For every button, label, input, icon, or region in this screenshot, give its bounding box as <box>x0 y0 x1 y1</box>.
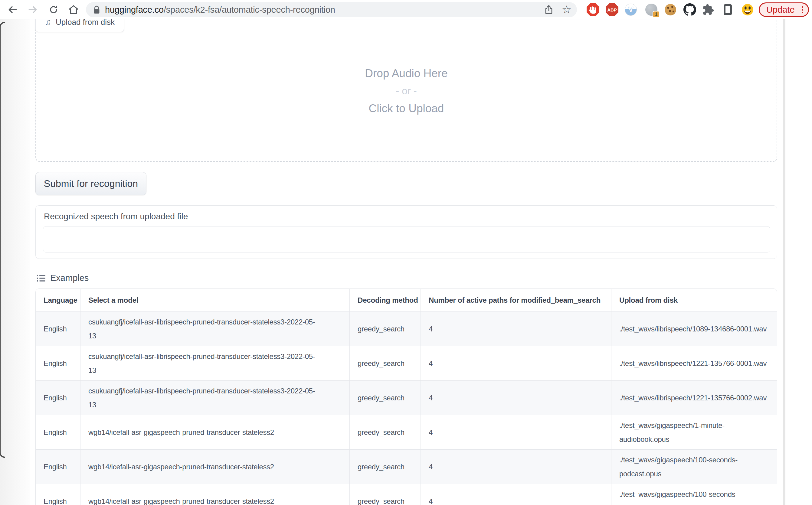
column-header: Decoding method <box>350 289 420 312</box>
dropzone-line2: - or - <box>36 82 777 100</box>
cell-upload-from-disk: ./test_wavs/gigaspeech/100-seconds-podca… <box>611 484 777 505</box>
profile-extension-button[interactable]: 1 <box>645 3 658 16</box>
cell-upload-from-disk: ./test_wavs/gigaspeech/100-seconds-podca… <box>611 450 777 484</box>
examples-label: Examples <box>50 273 89 283</box>
cell-model: wgb14/icefall-asr-gigaspeech-pruned-tran… <box>80 484 350 505</box>
v-extension-label: V <box>628 5 633 14</box>
cell-decoding-method: greedy_search <box>350 450 420 484</box>
background-window-edge <box>0 22 5 458</box>
cell-upload-from-disk: ./test_wavs/librispeech/1089-134686-0001… <box>611 312 777 346</box>
home-button[interactable] <box>67 3 80 16</box>
cell-model: csukuangfj/icefall-asr-librispeech-prune… <box>80 381 350 415</box>
cell-language: English <box>36 450 80 484</box>
example-row[interactable]: Englishwgb14/icefall-asr-gigaspeech-prun… <box>36 449 777 484</box>
example-row[interactable]: Englishcsukuangfj/icefall-asr-librispeec… <box>36 380 777 415</box>
column-header: Language <box>36 289 80 312</box>
cell-decoding-method: greedy_search <box>350 312 420 346</box>
recognized-speech-input[interactable] <box>43 226 770 252</box>
audio-dropzone[interactable]: Drop Audio Here - or - Click to Upload <box>35 8 777 162</box>
home-icon <box>68 4 79 15</box>
abp-extension-button[interactable]: ABP <box>605 3 619 16</box>
column-header: Upload from disk <box>611 289 777 312</box>
notification-badge: 1 <box>653 11 660 18</box>
cell-language: English <box>36 312 80 346</box>
cell-decoding-method: greedy_search <box>350 415 420 449</box>
recognized-speech-panel: Recognized speech from uploaded file <box>35 205 777 259</box>
submit-for-recognition-button[interactable]: Submit for recognition <box>35 172 146 195</box>
examples-table: LanguageSelect a modelDecoding methodNum… <box>35 289 777 505</box>
cell-language: English <box>36 346 80 380</box>
frame-extension-button[interactable] <box>721 3 734 16</box>
chrome-update-button[interactable]: Update <box>759 2 809 17</box>
cell-decoding-method: greedy_search <box>350 381 420 415</box>
column-header: Select a model <box>80 289 350 312</box>
example-row[interactable]: Englishcsukuangfj/icefall-asr-librispeec… <box>36 312 777 346</box>
recognized-speech-label: Recognized speech from uploaded file <box>44 212 188 221</box>
cell-language: English <box>36 381 80 415</box>
puzzle-icon <box>702 4 714 16</box>
page-right-divider <box>783 19 785 505</box>
forward-arrow-icon <box>27 4 39 15</box>
v-extension-button[interactable]: V <box>624 3 638 16</box>
frame-icon <box>724 4 732 15</box>
cell-upload-from-disk: ./test_wavs/librispeech/1221-135766-0002… <box>611 381 777 415</box>
cell-decoding-method: greedy_search <box>350 346 420 380</box>
adblock-extension-button[interactable] <box>586 3 599 16</box>
cookie-icon <box>665 4 676 15</box>
url-text: huggingface.co/spaces/k2-fsa/automatic-s… <box>105 5 335 15</box>
url-path: /spaces/k2-fsa/automatic-speech-recognit… <box>164 5 335 14</box>
reload-button[interactable] <box>47 3 60 16</box>
cell-upload-from-disk: ./test_wavs/librispeech/1221-135766-0001… <box>611 346 777 380</box>
cell-decoding-method: greedy_search <box>350 484 420 505</box>
url-host: huggingface.co <box>105 5 164 14</box>
v-extension-icon: V <box>625 4 637 16</box>
table-header-row: LanguageSelect a modelDecoding methodNum… <box>36 289 777 312</box>
url-bar[interactable]: huggingface.co/spaces/k2-fsa/automatic-s… <box>86 2 577 17</box>
bookmark-star-icon: ☆ <box>562 3 571 16</box>
cell-model: csukuangfj/icefall-asr-librispeech-prune… <box>80 312 350 346</box>
kebab-menu-icon[interactable] <box>802 6 803 13</box>
stop-hand-icon <box>587 3 599 16</box>
github-icon <box>683 3 696 16</box>
example-row[interactable]: Englishcsukuangfj/icefall-asr-librispeec… <box>36 346 777 380</box>
smiley-icon <box>741 4 754 16</box>
abp-label: ABP <box>607 7 617 12</box>
emoji-extension-button[interactable] <box>741 3 754 16</box>
cell-num-active-paths: 4 <box>420 346 611 380</box>
cookie-extension-button[interactable] <box>664 3 677 16</box>
reload-icon <box>48 4 59 15</box>
screen: huggingface.co/spaces/k2-fsa/automatic-s… <box>0 0 812 505</box>
cell-num-active-paths: 4 <box>420 381 611 415</box>
cell-language: English <box>36 484 80 505</box>
github-extension-button[interactable] <box>683 3 696 16</box>
gray-circle-icon: 1 <box>645 4 657 16</box>
cell-upload-from-disk: ./test_wavs/gigaspeech/1-minute-audioboo… <box>611 415 777 449</box>
cell-model: wgb14/icefall-asr-gigaspeech-pruned-tran… <box>80 450 350 484</box>
cell-num-active-paths: 4 <box>420 450 611 484</box>
update-label: Update <box>766 5 795 15</box>
forward-button[interactable] <box>27 3 39 16</box>
cell-model: csukuangfj/icefall-asr-librispeech-prune… <box>80 346 350 380</box>
example-row[interactable]: Englishwgb14/icefall-asr-gigaspeech-prun… <box>36 484 777 505</box>
dropzone-text: Drop Audio Here - or - Click to Upload <box>36 65 777 117</box>
abp-icon: ABP <box>606 3 619 16</box>
examples-header: Examples <box>36 273 89 283</box>
examples-list-icon <box>36 273 46 283</box>
share-button[interactable] <box>544 2 553 17</box>
cell-num-active-paths: 4 <box>420 415 611 449</box>
dropzone-line3: Click to Upload <box>36 100 777 117</box>
dropzone-line1: Drop Audio Here <box>36 65 777 82</box>
share-icon <box>544 5 553 15</box>
cell-model: wgb14/icefall-asr-gigaspeech-pruned-tran… <box>80 415 350 449</box>
cell-num-active-paths: 4 <box>420 312 611 346</box>
extensions-menu-button[interactable] <box>702 3 715 16</box>
column-header: Number of active paths for modified_beam… <box>420 289 611 312</box>
example-row[interactable]: Englishwgb14/icefall-asr-gigaspeech-prun… <box>36 415 777 449</box>
back-arrow-icon <box>7 4 18 15</box>
bookmark-button[interactable]: ☆ <box>562 2 571 17</box>
back-button[interactable] <box>6 3 19 16</box>
cell-num-active-paths: 4 <box>420 484 611 505</box>
cell-language: English <box>36 415 80 449</box>
browser-toolbar: huggingface.co/spaces/k2-fsa/automatic-s… <box>0 0 812 19</box>
lock-icon <box>93 5 100 14</box>
